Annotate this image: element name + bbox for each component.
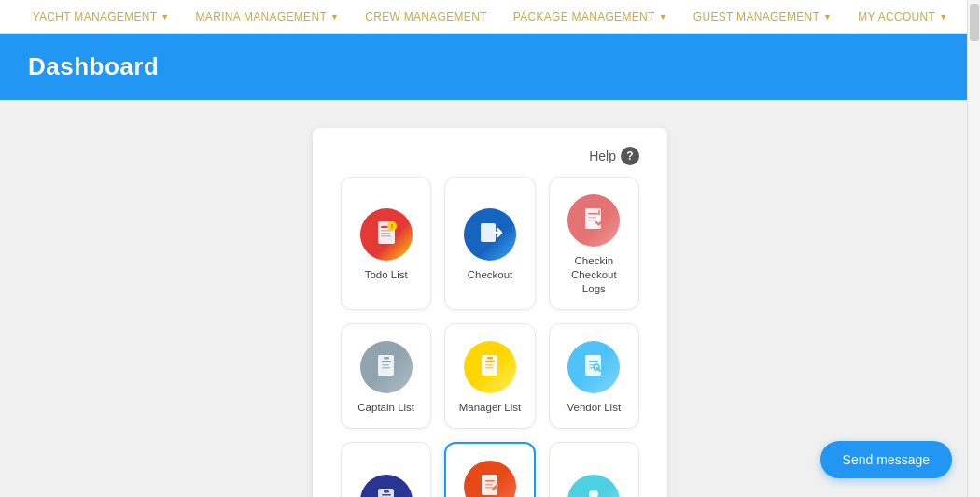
navbar-item-yacht[interactable]: YACHT MANAGEMENT▼: [20, 3, 183, 31]
icons-grid: ! Todo List Checkout Checkin Checkout Lo…: [341, 177, 639, 497]
navbar-item-account[interactable]: MY ACCOUNT▼: [845, 3, 960, 31]
svg-rect-29: [382, 494, 391, 496]
send-message-button[interactable]: Send message: [820, 441, 952, 478]
icon-label-todo: Todo List: [365, 268, 408, 282]
icon-label-checkout: Checkout: [468, 268, 513, 282]
icon-circle-vendor: [567, 341, 620, 393]
icon-card-todo[interactable]: ! Todo List: [341, 177, 431, 310]
vessel-service-icon: [477, 472, 503, 497]
scrollbar-thumb[interactable]: [970, 4, 979, 41]
icon-circle-todo: !: [360, 208, 413, 261]
icon-card-vendor[interactable]: Vendor List: [549, 323, 639, 429]
navbar-item-guest[interactable]: GUEST MANAGEMENT▼: [680, 3, 845, 31]
scrollbar[interactable]: [967, 0, 980, 497]
svg-rect-10: [588, 217, 596, 219]
svg-rect-11: [588, 220, 597, 221]
navbar-link-crew[interactable]: CREW MANAGEMENT: [352, 3, 500, 31]
navbar-link-yacht[interactable]: YACHT MANAGEMENT▼: [20, 3, 183, 31]
icon-card-manager[interactable]: Manager List: [444, 323, 535, 429]
svg-rect-28: [378, 489, 394, 497]
svg-rect-3: [381, 233, 390, 234]
svg-rect-35: [485, 484, 493, 486]
checkin-icon: [581, 206, 607, 235]
svg-point-38: [589, 490, 598, 497]
navbar-link-marina[interactable]: MARINA MANAGEMENT▼: [183, 3, 353, 31]
icon-circle-manager: [464, 341, 516, 393]
navbar: YACHT MANAGEMENT▼MARINA MANAGEMENT▼CREW …: [0, 0, 980, 34]
icon-circle-captain: [360, 341, 413, 393]
navbar-link-guest[interactable]: GUEST MANAGEMENT▼: [680, 3, 845, 31]
icon-card-vessel-service[interactable]: Vessel Service Request List: [444, 442, 535, 497]
captain-icon: [373, 352, 399, 382]
icon-card-vessel[interactable]: Vessel Listing: [341, 442, 431, 497]
dropdown-arrow-icon: ▼: [939, 12, 947, 21]
icon-card-checkout[interactable]: Checkout: [444, 177, 535, 310]
svg-rect-1: [381, 226, 388, 228]
help-label: Help: [589, 149, 616, 163]
page-title: Dashboard: [28, 52, 952, 81]
svg-rect-32: [384, 490, 389, 493]
main-content: Help ? ! Todo List Checkout Checkin Chec…: [0, 100, 980, 497]
navbar-item-crew[interactable]: CREW MANAGEMENT: [352, 3, 500, 31]
svg-rect-40: [591, 489, 596, 490]
icon-circle-vessel-service: [464, 461, 516, 497]
svg-rect-34: [485, 480, 495, 482]
icon-circle-vessel: [360, 475, 413, 497]
vendor-icon: [581, 352, 607, 382]
svg-rect-15: [382, 364, 389, 366]
vessel-icon: [373, 486, 399, 497]
dropdown-arrow-icon: ▼: [659, 12, 667, 21]
icon-card-captain[interactable]: Captain List: [341, 323, 431, 429]
svg-rect-36: [485, 487, 494, 489]
dashboard-header: Dashboard: [0, 34, 980, 100]
navbar-link-account[interactable]: MY ACCOUNT▼: [845, 3, 960, 31]
icon-card-checkin[interactable]: Checkin Checkout Logs: [549, 177, 639, 310]
svg-text:!: !: [390, 223, 392, 230]
navbar-link-package[interactable]: PACKAGE MANAGEMENT▼: [500, 3, 680, 31]
todo-icon: !: [373, 220, 399, 249]
svg-rect-9: [588, 213, 598, 215]
svg-rect-19: [485, 361, 495, 362]
svg-rect-4: [381, 235, 391, 237]
manager-icon: [477, 352, 503, 382]
help-icon[interactable]: ?: [621, 147, 639, 165]
card-panel: Help ? ! Todo List Checkout Checkin Chec…: [313, 128, 667, 497]
svg-rect-24: [589, 361, 598, 362]
icon-label-manager: Manager List: [459, 401, 521, 415]
icon-circle-crew-staff: [567, 475, 620, 497]
navbar-item-package[interactable]: PACKAGE MANAGEMENT▼: [500, 3, 680, 31]
help-area: Help ?: [341, 147, 639, 165]
icon-circle-checkin: [567, 194, 620, 247]
dropdown-arrow-icon: ▼: [161, 12, 169, 21]
navbar-item-marina[interactable]: MARINA MANAGEMENT▼: [183, 3, 353, 31]
svg-rect-17: [384, 357, 389, 360]
icon-circle-checkout: [464, 208, 516, 261]
icon-card-crew-staff[interactable]: Crew Staff List: [549, 442, 639, 497]
checkout-icon: [477, 220, 503, 249]
navbar-menu: YACHT MANAGEMENT▼MARINA MANAGEMENT▼CREW …: [20, 3, 961, 31]
icon-label-captain: Captain List: [357, 401, 414, 415]
svg-rect-20: [485, 364, 493, 366]
svg-rect-22: [487, 357, 493, 360]
dropdown-arrow-icon: ▼: [823, 12, 832, 21]
svg-rect-14: [382, 361, 391, 362]
dropdown-arrow-icon: ▼: [330, 12, 339, 21]
svg-rect-21: [485, 367, 494, 369]
crew-staff-icon: [581, 486, 607, 497]
icon-label-checkin: Checkin Checkout Logs: [559, 254, 629, 296]
icon-label-vendor: Vendor List: [567, 401, 622, 415]
svg-rect-16: [382, 367, 390, 369]
